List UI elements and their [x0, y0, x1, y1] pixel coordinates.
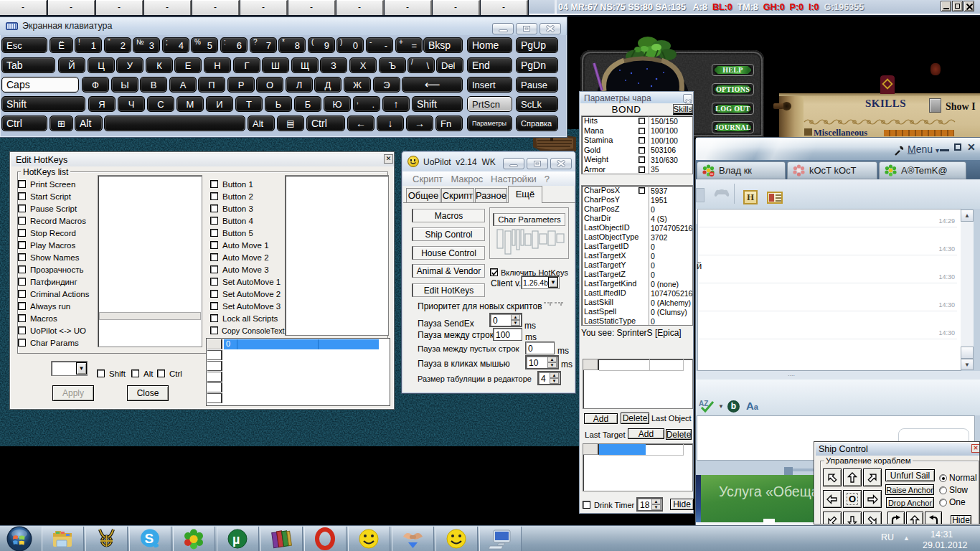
svg-text:S: S	[145, 531, 154, 546]
svg-text:AZ: AZ	[699, 400, 708, 408]
svg-text:µ: µ	[232, 532, 240, 547]
